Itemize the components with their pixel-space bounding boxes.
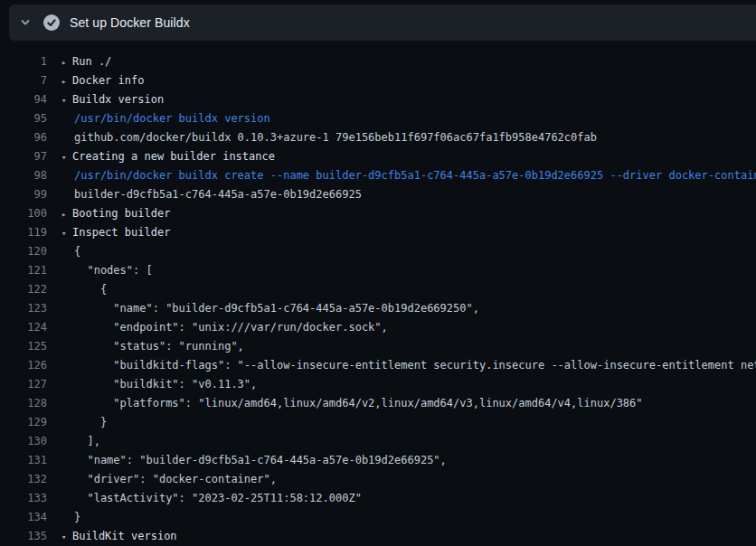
log-group-row[interactable]: ▸Run ./ [61, 52, 111, 71]
line-number[interactable]: 134 [0, 508, 47, 527]
output-text: "platforms": "linux/amd64,linux/amd64/v2… [61, 394, 643, 413]
log-lines-container: 1▸Run ./7▸Docker info94▾Buildx version95… [0, 52, 756, 546]
log-line[interactable]: 97▾Creating a new builder instance [0, 147, 756, 166]
log-line: 129 } [0, 413, 756, 432]
line-number[interactable]: 120 [0, 242, 47, 261]
output-text: "nodes": [ [61, 261, 153, 280]
group-expand-icon[interactable]: ▸ [61, 53, 72, 72]
group-collapse-icon[interactable]: ▾ [61, 528, 72, 546]
log-line: 96github.com/docker/buildx 0.10.3+azure-… [0, 128, 756, 147]
log-line: 132 "driver": "docker-container", [0, 470, 756, 489]
group-title: Inspect builder [72, 226, 170, 239]
log-line: 128 "platforms": "linux/amd64,linux/amd6… [0, 394, 756, 413]
step-title: Set up Docker Buildx [70, 15, 190, 30]
line-number[interactable]: 127 [0, 375, 47, 394]
line-number[interactable]: 124 [0, 318, 47, 337]
line-number[interactable]: 122 [0, 280, 47, 299]
line-number[interactable]: 133 [0, 489, 47, 508]
log-line: 123 "name": "builder-d9cfb5a1-c764-445a-… [0, 299, 756, 318]
log-line: 126 "buildkitd-flags": "--allow-insecure… [0, 356, 756, 375]
line-number[interactable]: 130 [0, 432, 47, 451]
group-collapse-icon[interactable]: ▾ [61, 91, 72, 110]
output-text: "driver": "docker-container", [61, 470, 277, 489]
group-title: Booting builder [72, 207, 170, 220]
log-line[interactable]: 135▾BuildKit version [0, 527, 756, 546]
group-collapse-icon[interactable]: ▾ [61, 224, 72, 243]
output-text: github.com/docker/buildx 0.10.3+azure-1 … [61, 128, 597, 147]
step-header[interactable]: Set up Docker Buildx [9, 5, 756, 41]
output-text: { [61, 280, 107, 299]
line-number[interactable]: 126 [0, 356, 47, 375]
group-expand-icon[interactable]: ▸ [61, 205, 72, 224]
log-line: 131 "name": "builder-d9cfb5a1-c764-445a-… [0, 451, 756, 470]
output-text: } [61, 413, 107, 432]
log-group-row[interactable]: ▾Creating a new builder instance [61, 147, 275, 166]
output-text: "buildkit": "v0.11.3", [61, 375, 257, 394]
log-line[interactable]: 94▾Buildx version [0, 90, 756, 109]
log-line: 120{ [0, 242, 756, 261]
log-line: 121 "nodes": [ [0, 261, 756, 280]
line-number[interactable]: 98 [0, 166, 47, 185]
output-text: "buildkitd-flags": "--allow-insecure-ent… [61, 356, 756, 375]
log-line: 99builder-d9cfb5a1-c764-445a-a57e-0b19d2… [0, 185, 756, 204]
group-expand-icon[interactable]: ▸ [61, 72, 72, 91]
group-title: Docker info [72, 74, 144, 87]
line-number[interactable]: 125 [0, 337, 47, 356]
output-text: "name": "builder-d9cfb5a1-c764-445a-a57e… [61, 299, 479, 318]
group-title: Creating a new builder instance [72, 150, 275, 163]
log-line: 127 "buildkit": "v0.11.3", [0, 375, 756, 394]
line-number[interactable]: 1 [0, 52, 47, 71]
line-number[interactable]: 119 [0, 223, 47, 242]
group-title: BuildKit version [72, 530, 177, 542]
output-text: { [61, 242, 80, 261]
line-number[interactable]: 99 [0, 185, 47, 204]
line-number[interactable]: 95 [0, 109, 47, 128]
log-line: 124 "endpoint": "unix:///var/run/docker.… [0, 318, 756, 337]
group-title: Buildx version [72, 93, 164, 106]
line-number[interactable]: 96 [0, 128, 47, 147]
command-text: /usr/bin/docker buildx create --name bui… [61, 166, 756, 185]
output-text: "name": "builder-d9cfb5a1-c764-445a-a57e… [61, 451, 447, 470]
output-text: } [61, 508, 80, 527]
log-line[interactable]: 7▸Docker info [0, 71, 756, 90]
line-number[interactable]: 131 [0, 451, 47, 470]
line-number[interactable]: 94 [0, 90, 47, 109]
line-number[interactable]: 100 [0, 204, 47, 223]
log-line: 122 { [0, 280, 756, 299]
log-line: 98/usr/bin/docker buildx create --name b… [0, 166, 756, 185]
log-group-row[interactable]: ▸Booting builder [61, 204, 170, 223]
output-text: "endpoint": "unix:///var/run/docker.sock… [61, 318, 388, 337]
output-text: ], [61, 432, 100, 451]
group-collapse-icon[interactable]: ▾ [61, 148, 72, 167]
output-text: builder-d9cfb5a1-c764-445a-a57e-0b19d2e6… [61, 185, 362, 204]
line-number[interactable]: 132 [0, 470, 47, 489]
line-number[interactable]: 135 [0, 527, 47, 546]
log-line: 133 "lastActivity": "2023-02-25T11:58:12… [0, 489, 756, 508]
line-number[interactable]: 7 [0, 71, 47, 90]
line-number[interactable]: 129 [0, 413, 47, 432]
chevron-down-icon[interactable] [19, 16, 32, 29]
log-line[interactable]: 1▸Run ./ [0, 52, 756, 71]
log-group-row[interactable]: ▾BuildKit version [61, 527, 177, 546]
log-line[interactable]: 119▾Inspect builder [0, 223, 756, 242]
log-group-row[interactable]: ▾Inspect builder [61, 223, 170, 242]
log-line[interactable]: 100▸Booting builder [0, 204, 756, 223]
command-text: /usr/bin/docker buildx version [61, 109, 270, 128]
check-circle-icon [43, 14, 60, 31]
line-number[interactable]: 123 [0, 299, 47, 318]
log-line: 130 ], [0, 432, 756, 451]
log-line: 95/usr/bin/docker buildx version [0, 109, 756, 128]
line-number[interactable]: 121 [0, 261, 47, 280]
output-text: "lastActivity": "2023-02-25T11:58:12.000… [61, 489, 362, 508]
line-number[interactable]: 97 [0, 147, 47, 166]
output-text: "status": "running", [61, 337, 244, 356]
log-line: 125 "status": "running", [0, 337, 756, 356]
log-group-row[interactable]: ▾Buildx version [61, 90, 164, 109]
group-title: Run ./ [72, 55, 111, 68]
log-line: 134} [0, 508, 756, 527]
log-group-row[interactable]: ▸Docker info [61, 71, 144, 90]
line-number[interactable]: 128 [0, 394, 47, 413]
